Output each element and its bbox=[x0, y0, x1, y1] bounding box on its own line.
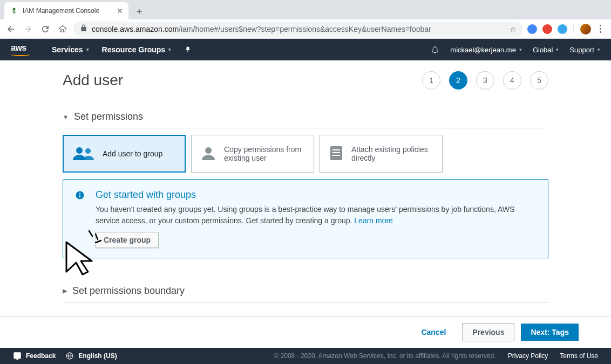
home-button[interactable] bbox=[56, 23, 69, 36]
action-bar: Cancel Previous Next: Tags bbox=[0, 316, 611, 348]
page-header: Add user 1 2 3 4 5 bbox=[63, 71, 548, 90]
url-text: console.aws.amazon.com/iam/home#/users$n… bbox=[92, 25, 431, 33]
group-icon bbox=[72, 145, 95, 163]
collapse-icon: ▼ bbox=[63, 114, 69, 120]
step-1[interactable]: 1 bbox=[422, 71, 440, 90]
document-icon bbox=[329, 145, 344, 163]
step-3[interactable]: 3 bbox=[476, 71, 494, 90]
svg-rect-7 bbox=[332, 155, 340, 156]
new-tab-button[interactable]: + bbox=[132, 4, 147, 19]
tab-title: IAM Management Console bbox=[23, 7, 112, 15]
step-4[interactable]: 4 bbox=[503, 71, 521, 90]
create-group-button[interactable]: Create group bbox=[96, 232, 159, 248]
region-menu[interactable]: Global▾ bbox=[533, 46, 559, 54]
copyright-text: © 2008 - 2020, Amazon Web Services, Inc.… bbox=[274, 352, 495, 360]
info-box: Get started with groups You haven't crea… bbox=[63, 179, 548, 258]
star-icon[interactable]: ☆ bbox=[510, 25, 517, 33]
browser-chrome: IAM Management Console ✕ + console.aws.a… bbox=[0, 0, 611, 39]
info-icon bbox=[75, 190, 85, 203]
svg-point-1 bbox=[76, 147, 83, 154]
favicon-icon bbox=[10, 6, 18, 15]
cancel-button[interactable]: Cancel bbox=[411, 324, 456, 341]
info-text: You haven't created any groups yet. Usin… bbox=[96, 204, 536, 226]
extension-2-icon[interactable] bbox=[542, 24, 552, 34]
support-menu[interactable]: Support▾ bbox=[569, 46, 600, 54]
option-copy-permissions[interactable]: Copy permissions from existing user bbox=[191, 135, 314, 173]
wizard-steps: 1 2 3 4 5 bbox=[422, 71, 548, 90]
svg-rect-9 bbox=[79, 195, 80, 198]
extension-3-icon[interactable] bbox=[558, 24, 567, 34]
pin-icon[interactable] bbox=[184, 46, 192, 53]
extension-1-icon[interactable] bbox=[527, 24, 537, 34]
previous-button[interactable]: Previous bbox=[462, 323, 514, 341]
close-tab-icon[interactable]: ✕ bbox=[117, 6, 123, 15]
expand-icon: ▶ bbox=[63, 287, 67, 294]
aws-header: aws Services▾ Resource Groups▾ mickael@k… bbox=[0, 39, 611, 60]
tab-bar: IAM Management Console ✕ + bbox=[0, 0, 611, 19]
info-title: Get started with groups bbox=[96, 189, 536, 201]
permission-options: Add user to group Copy permissions from … bbox=[63, 135, 548, 173]
aws-logo[interactable]: aws bbox=[11, 44, 30, 56]
nav-bar: console.aws.amazon.com/iam/home#/users$n… bbox=[0, 19, 611, 39]
aws-footer: Feedback English (US) © 2008 - 2020, Ama… bbox=[0, 348, 611, 364]
lock-icon bbox=[80, 24, 87, 33]
forward-button[interactable] bbox=[22, 23, 35, 36]
svg-point-10 bbox=[79, 193, 80, 194]
extension-icons: | bbox=[527, 24, 607, 35]
reload-button[interactable] bbox=[39, 23, 52, 36]
privacy-link[interactable]: Privacy Policy bbox=[508, 352, 548, 360]
account-menu[interactable]: mickael@kerjean.me▾ bbox=[450, 46, 522, 54]
language-selector[interactable]: English (US) bbox=[65, 352, 117, 360]
next-button[interactable]: Next: Tags bbox=[521, 324, 579, 341]
feedback-link[interactable]: Feedback bbox=[13, 352, 56, 360]
option-add-to-group[interactable]: Add user to group bbox=[63, 135, 186, 173]
services-menu[interactable]: Services▾ bbox=[52, 45, 89, 54]
resource-groups-menu[interactable]: Resource Groups▾ bbox=[102, 45, 171, 54]
address-bar[interactable]: console.aws.amazon.com/iam/home#/users$n… bbox=[73, 22, 523, 37]
browser-tab[interactable]: IAM Management Console ✕ bbox=[4, 2, 128, 19]
user-icon bbox=[200, 145, 216, 163]
svg-rect-6 bbox=[332, 152, 340, 153]
profile-avatar[interactable] bbox=[580, 24, 591, 35]
learn-more-link[interactable]: Learn more bbox=[354, 216, 393, 225]
svg-rect-5 bbox=[332, 149, 340, 150]
set-permissions-boundary-header[interactable]: ▶ Set permissions boundary bbox=[63, 280, 548, 303]
page-title: Add user bbox=[63, 72, 123, 89]
browser-menu-icon[interactable] bbox=[596, 25, 605, 33]
step-5[interactable]: 5 bbox=[530, 71, 548, 90]
notifications-icon[interactable] bbox=[431, 45, 439, 54]
set-permissions-header[interactable]: ▼ Set permissions bbox=[63, 106, 548, 128]
main-content: Add user 1 2 3 4 5 ▼ Set permissions Add… bbox=[0, 60, 611, 316]
svg-point-0 bbox=[13, 8, 16, 11]
back-button[interactable] bbox=[4, 23, 17, 36]
step-2[interactable]: 2 bbox=[449, 71, 467, 90]
svg-point-2 bbox=[85, 148, 91, 154]
terms-link[interactable]: Terms of Use bbox=[560, 352, 598, 360]
svg-point-3 bbox=[205, 147, 212, 154]
option-attach-policies[interactable]: Attach existing policies directly bbox=[320, 135, 443, 173]
